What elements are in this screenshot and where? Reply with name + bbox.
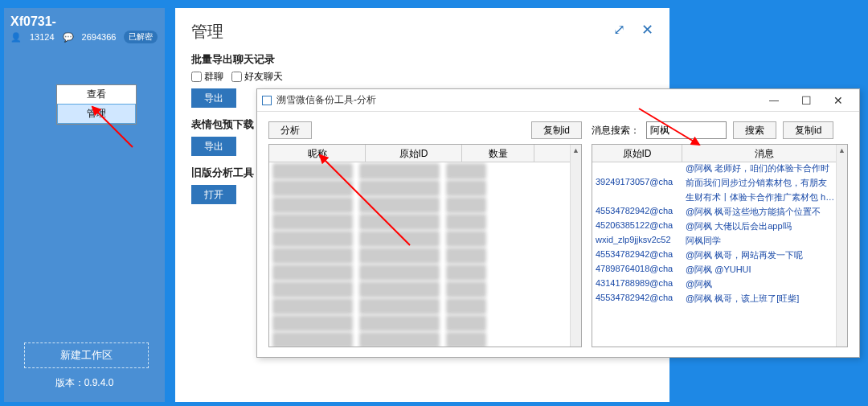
context-view[interactable]: 查看 [57, 85, 136, 104]
cell-message: @阿枫 枫哥，网站再发一下呢 [682, 249, 836, 264]
context-menu: 查看 管理 [56, 84, 137, 125]
search-input[interactable] [646, 121, 727, 139]
col-rawid-right[interactable]: 原始ID [592, 145, 682, 162]
table-row[interactable]: 45534782942@cha@阿枫 枫哥这些地方能搞个位置不 [592, 206, 836, 220]
left-scrollbar[interactable]: ▲ [570, 145, 581, 347]
cell-message: @阿枫 [682, 278, 836, 293]
cell-rawid: 39249173057@cha [592, 177, 682, 191]
friend-count: 13124 [30, 32, 55, 42]
table-row[interactable]: 39249173057@cha前面我们同步过分销素材包，有朋友 [592, 177, 836, 191]
chat-icon: 💬 [63, 32, 74, 43]
cell-rawid: 43141788989@cha [592, 278, 682, 293]
collapse-icon[interactable]: ⤢ [613, 21, 625, 39]
cell-rawid: 45206385122@cha [592, 220, 682, 235]
export-button-2[interactable]: 导出 [191, 137, 236, 156]
table-row[interactable]: @阿枫 老师好，咱们的体验卡合作时 [592, 162, 836, 177]
cell-message: 前面我们同步过分销素材包，有朋友 [682, 177, 836, 191]
search-button[interactable]: 搜索 [733, 121, 776, 139]
table-row[interactable]: 45206385122@cha@阿枫 大佬以后会出app吗 [592, 220, 836, 235]
table-row[interactable] [272, 248, 567, 264]
right-scrollbar[interactable]: ▲ [836, 145, 847, 347]
maximize-button[interactable] [790, 90, 822, 111]
table-row[interactable]: wxid_zlp9jjksv2c52阿枫同学 [592, 235, 836, 249]
cell-message: @阿枫 大佬以后会出app吗 [682, 220, 836, 235]
table-row[interactable]: 45534782942@cha@阿枫 枫哥，网站再发一下呢 [592, 249, 836, 264]
search-label: 消息搜索： [592, 124, 640, 137]
table-row[interactable] [272, 315, 567, 331]
table-row[interactable]: 47898764018@cha@阿枫 @YUHUI [592, 264, 836, 278]
window-buttons [758, 90, 854, 111]
close-icon[interactable]: ✕ [641, 21, 653, 39]
table-row[interactable] [272, 163, 567, 179]
col-nickname[interactable]: 昵称 [269, 145, 366, 162]
cell-rawid [592, 191, 682, 206]
cell-rawid [592, 162, 682, 177]
table-row[interactable] [272, 281, 567, 297]
right-pane: 消息搜索： 搜索 复制id 原始ID 消息 @阿枫 老师好，咱们的体验卡合作时3… [592, 121, 848, 347]
sidebar: Xf0731- 👤13124 💬2694366 已解密 查看 管理 新建工作区 … [4, 8, 165, 402]
export-button-1[interactable]: 导出 [191, 88, 236, 108]
app-icon [262, 96, 272, 105]
table-row[interactable]: 45534782942@cha@阿枫 枫哥，该上班了[旺柴] [592, 293, 836, 307]
dialog-title: 溯雪微信备份工具-分析 [276, 93, 376, 107]
decrypted-pill: 已解密 [124, 31, 158, 43]
table-row[interactable]: 生财有术丨体验卡合作推广素材包 https://i.shengcaiyoushu… [592, 191, 836, 206]
account-stats: 👤13124 💬2694366 已解密 [10, 31, 158, 43]
friend-icon: 👤 [10, 32, 22, 43]
version-label: 版本：0.9.4.0 [4, 376, 165, 390]
cell-message: 阿枫同学 [682, 235, 836, 249]
cell-message: @阿枫 枫哥，该上班了[旺柴] [682, 293, 836, 307]
col-rawid-left[interactable]: 原始ID [366, 145, 462, 162]
cell-rawid: 47898764018@cha [592, 264, 682, 278]
copyid-button-right[interactable]: 复制id [783, 121, 833, 139]
table-row[interactable]: 43141788989@cha@阿枫 [592, 278, 836, 293]
cell-message: @阿枫 老师好，咱们的体验卡合作时 [682, 162, 836, 177]
analyze-button[interactable]: 分析 [268, 121, 312, 139]
page-title: 管理 [191, 21, 653, 43]
context-manage[interactable]: 管理 [57, 104, 136, 124]
chk-group[interactable]: 群聊 [191, 70, 223, 84]
cell-rawid: 45534782942@cha [592, 249, 682, 264]
cell-rawid: wxid_zlp9jjksv2c52 [592, 235, 682, 249]
table-row[interactable] [272, 214, 567, 230]
left-table: 昵称 原始ID 数量 ▲ [268, 144, 582, 347]
chk-friend[interactable]: 好友聊天 [231, 70, 283, 84]
col-message[interactable]: 消息 [682, 145, 847, 162]
cell-message: @阿枫 枫哥这些地方能搞个位置不 [682, 206, 836, 220]
group-count: 2694366 [82, 32, 117, 42]
new-workspace-button[interactable]: 新建工作区 [24, 342, 149, 368]
close-button[interactable] [822, 90, 854, 111]
left-table-body[interactable] [269, 162, 570, 347]
account-title: Xf0731- [10, 14, 158, 29]
analysis-dialog: 溯雪微信备份工具-分析 分析 复制id 昵称 原始ID 数量 ▲ [256, 88, 860, 358]
table-row[interactable] [272, 298, 567, 314]
table-row[interactable] [272, 231, 567, 247]
cell-rawid: 45534782942@cha [592, 293, 682, 307]
copyid-button-left[interactable]: 复制id [531, 121, 582, 139]
left-pane: 分析 复制id 昵称 原始ID 数量 ▲ [268, 121, 582, 347]
table-row[interactable] [272, 332, 567, 347]
minimize-button[interactable] [758, 90, 790, 111]
export-chat-heading: 批量导出聊天记录 [191, 52, 653, 67]
cell-message: @阿枫 @YUHUI [682, 264, 836, 278]
table-row[interactable] [272, 180, 567, 196]
table-row[interactable] [272, 197, 567, 213]
cell-rawid: 45534782942@cha [592, 206, 682, 220]
col-count[interactable]: 数量 [462, 145, 534, 162]
table-row[interactable] [272, 265, 567, 281]
cell-message: 生财有术丨体验卡合作推广素材包 https://i.shengcaiyoushu… [682, 191, 836, 206]
right-table-body[interactable]: @阿枫 老师好，咱们的体验卡合作时39249173057@cha前面我们同步过分… [592, 162, 836, 347]
open-button[interactable]: 打开 [191, 185, 236, 204]
right-table: 原始ID 消息 @阿枫 老师好，咱们的体验卡合作时39249173057@cha… [592, 144, 848, 347]
dialog-titlebar[interactable]: 溯雪微信备份工具-分析 [257, 89, 859, 112]
panel-titlebar-icons: ⤢ ✕ [613, 21, 653, 39]
